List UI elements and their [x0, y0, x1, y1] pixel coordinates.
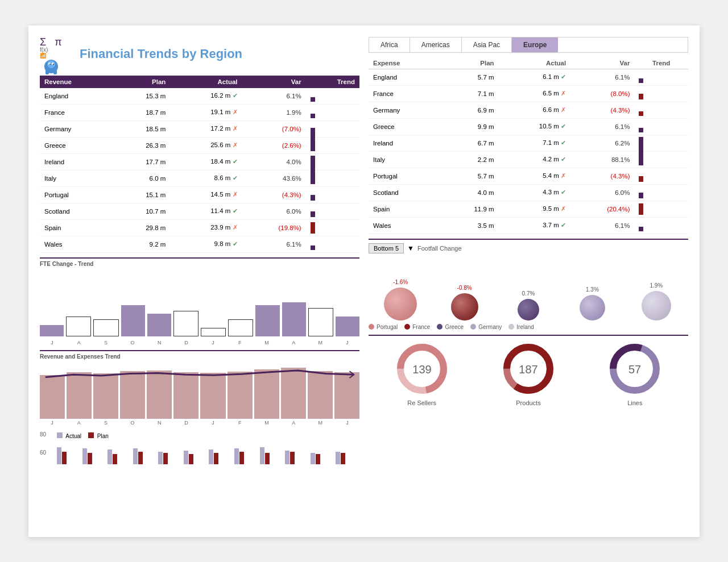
svg-text:187: 187	[519, 363, 537, 376]
tab-americas[interactable]: Americas	[410, 38, 462, 52]
tab-asia-pac[interactable]: Asia Pac	[462, 38, 512, 52]
expense-row: Spain 11.9 m 9.5 m ✗ (20.4%)	[369, 201, 688, 217]
right-panel: AfricaAmericasAsia PacEurope Expense Pla…	[369, 37, 688, 464]
exp-country-cell: Greece	[369, 118, 440, 135]
actual-cell: 23.9 m ✗	[170, 219, 242, 236]
bubble-pct: 1.3%	[586, 286, 599, 293]
var-cell: (19.8%)	[242, 219, 306, 236]
bubble-portugal: -1.6%	[374, 279, 427, 320]
rev-month-label: N	[147, 420, 172, 426]
plan-bar	[214, 453, 218, 464]
exp-check-icon: ✗	[561, 90, 566, 97]
formula-icon: f(x)	[40, 47, 74, 53]
country-cell: England	[40, 88, 112, 105]
legend-germany: Germany	[470, 324, 502, 330]
rev-trend-container: Revenue and Expenses Trend JASONDJFMAMJ	[40, 350, 359, 426]
trend-cell	[306, 104, 359, 120]
exp-country-cell: England	[369, 69, 440, 85]
actual-bar	[260, 447, 264, 464]
exp-country-cell: Wales	[369, 217, 440, 234]
plan-bar	[189, 454, 193, 464]
mascot-icon	[40, 59, 63, 77]
rev-bar	[120, 371, 145, 419]
stats-icon: 📶	[40, 53, 74, 59]
var-cell: (7.0%)	[242, 120, 306, 137]
exp-var-cell: 6.1%	[570, 69, 634, 85]
trend-bar	[311, 245, 315, 250]
exp-var-cell: (4.3%)	[570, 168, 634, 184]
trend-bar	[311, 222, 315, 234]
exp-var-cell: (8.0%)	[570, 85, 634, 102]
actual-cell: 9.8 m ✔	[170, 236, 242, 252]
fte-month-label: D	[174, 340, 198, 345]
plan-cell: 15.3 m	[112, 88, 170, 105]
fte-month-label: O	[121, 340, 145, 345]
plan-cell: 18.5 m	[112, 120, 170, 137]
revenue-row: Portugal 15.1 m 14.5 m ✗ (4.3%)	[40, 186, 359, 203]
exp-country-cell: Ireland	[369, 135, 440, 151]
exp-actual-cell: 6.6 m ✗	[499, 102, 571, 118]
fte-bar	[336, 317, 359, 336]
exp-var-cell: (20.4%)	[570, 201, 634, 217]
legend-france: France	[404, 324, 430, 330]
check-icon: ✔	[233, 158, 238, 165]
tab-africa[interactable]: Africa	[369, 38, 410, 52]
bubble-pct: 0.7%	[522, 290, 535, 297]
exp-check-icon: ✗	[561, 172, 566, 179]
revenue-row: Italy 6.0 m 8.6 m ✔ 43.6%	[40, 170, 359, 186]
country-cell: Germany	[40, 120, 112, 137]
logo-area: Σ π f(x) 📶	[40, 37, 74, 71]
exp-var-cell: 88.1%	[570, 151, 634, 168]
actual-legend-sq	[57, 432, 63, 438]
rev-month-label: J	[335, 420, 359, 426]
trend-cell	[306, 219, 359, 236]
donut-label: Products	[516, 399, 540, 406]
exp-plan-cell: 7.1 m	[440, 85, 498, 102]
rev-bar	[281, 368, 306, 419]
plan-cell: 10.7 m	[112, 203, 170, 219]
rev-month-labels: JASONDJFMAMJ	[40, 420, 359, 426]
expense-row: Portugal 5.7 m 5.4 m ✗ (4.3%)	[369, 168, 688, 184]
exp-check-icon: ✔	[561, 73, 566, 80]
bottom-bar-group	[133, 448, 157, 464]
bubble-pct: 1.9%	[650, 282, 663, 289]
check-icon: ✔	[233, 174, 238, 181]
tab-europe[interactable]: Europe	[512, 38, 558, 52]
rev-bar	[173, 372, 198, 419]
dashboard-wrapper: Σ π f(x) 📶 Financial Trends by Reg	[28, 26, 700, 537]
plan-bar	[88, 453, 92, 464]
bottom-bar-group	[82, 448, 106, 464]
country-cell: Greece	[40, 137, 112, 153]
bottom-bar-group	[209, 449, 233, 464]
fte-bar	[201, 328, 226, 336]
exp-plan-cell: 4.0 m	[440, 184, 498, 201]
trend-cell	[306, 236, 359, 252]
bottom-bars	[57, 442, 359, 464]
bottom-chart-container: 80 Actual Plan 60	[40, 430, 359, 464]
trend-cell	[306, 137, 359, 153]
bubble-legend: PortugalFranceGreeceGermanyIreland	[369, 324, 688, 330]
fte-bar	[121, 305, 145, 336]
check-icon: ✔	[233, 92, 238, 99]
plan-bar	[113, 454, 117, 464]
revenue-table: Revenue Plan Actual Var Trend England 15…	[40, 76, 359, 253]
exp-trend-cell	[634, 69, 688, 85]
check-icon: ✗	[233, 141, 238, 148]
exp-actual-cell: 6.1 m ✔	[499, 69, 571, 85]
expense-row: France 7.1 m 6.5 m ✗ (8.0%)	[369, 85, 688, 102]
var-cell: 6.0%	[242, 203, 306, 219]
bottom5-dropdown[interactable]: Bottom 5	[369, 243, 404, 253]
exp-country-cell: Portugal	[369, 168, 440, 184]
plan-cell: 29.8 m	[112, 219, 170, 236]
svg-rect-3	[53, 70, 57, 74]
country-cell: France	[40, 104, 112, 120]
revenue-row: England 15.3 m 16.2 m ✔ 6.1%	[40, 88, 359, 105]
revenue-row: Spain 29.8 m 23.9 m ✗ (19.8%)	[40, 219, 359, 236]
plan-cell: 15.1 m	[112, 186, 170, 203]
legend-label: Greece	[445, 324, 464, 330]
left-panel: Σ π f(x) 📶 Financial Trends by Reg	[40, 37, 359, 464]
rev-month-label: J	[201, 420, 225, 426]
fte-bar	[255, 305, 279, 336]
fte-month-label: M	[254, 340, 279, 345]
actual-legend: Actual	[57, 432, 81, 439]
